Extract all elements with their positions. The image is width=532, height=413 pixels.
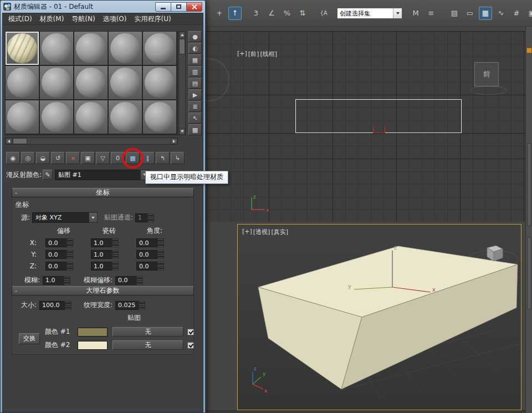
spin-up-icon[interactable] [112,238,119,243]
spin-up-icon[interactable] [64,276,70,281]
blur-offset-spinner[interactable]: 0.0 [115,276,143,285]
scrollbar-thumb[interactable] [179,39,185,54]
swap-colors-button[interactable]: 交换 [19,333,40,344]
make-material-copy-icon[interactable]: ▣ [81,152,95,164]
blur-spinner[interactable]: 1.0 [43,276,70,285]
color2-map-button[interactable]: 无 [112,340,183,350]
spin-up-icon[interactable] [139,301,145,305]
spin-down-icon[interactable] [66,243,73,247]
spin-up-icon[interactable] [66,238,73,243]
coordinates-rollout-header[interactable]: - 坐标 [12,188,194,197]
spin-up-icon[interactable] [157,262,164,266]
material-sample-slot[interactable] [142,65,177,100]
material-sample-slot[interactable] [39,100,74,134]
close-button[interactable] [186,2,202,12]
show-end-result-icon[interactable]: ‖ [141,152,155,164]
color1-map-button[interactable]: 无 [112,327,183,336]
scene-explorer-icon[interactable]: ▦ [479,7,492,20]
material-sample-slot[interactable] [5,100,39,134]
vein-width-spinner[interactable]: 0.025 [115,301,145,310]
sample-vertical-scrollbar[interactable] [178,31,186,135]
spin-down-icon[interactable] [147,218,154,222]
marble-rollout-header[interactable]: - 大理石参数 [12,286,194,295]
assign-material-to-selection-icon[interactable]: ◒ [36,152,50,164]
spin-down-icon[interactable] [66,266,73,271]
material-sample-slot[interactable] [5,31,39,65]
sample-horizontal-scrollbar[interactable] [5,137,178,145]
viewport-menu-general[interactable]: [+] [242,228,252,236]
named-selection-set-combo[interactable]: 创建选择集 [337,8,402,19]
scrollbar-thumb[interactable] [13,138,27,144]
material-sample-slot[interactable] [39,65,74,100]
video-color-check-icon[interactable]: ▤ [188,78,202,89]
layer-manager-icon[interactable]: ▤ [448,7,461,20]
use-pivot-point-center-icon[interactable]: ↑ [228,7,242,20]
go-forward-to-sibling-icon[interactable]: ↳ [171,152,185,164]
viewport-menu-general[interactable]: [+] [237,50,247,58]
spin-up-icon[interactable] [147,213,154,218]
command-panel-segment[interactable] [527,237,531,309]
spin-up-icon[interactable] [112,262,119,266]
go-to-parent-icon[interactable]: ↰ [156,152,170,164]
spin-up-icon[interactable] [157,250,164,254]
spin-down-icon[interactable] [157,243,164,247]
material-sample-slot[interactable] [74,65,108,100]
viewport-menu-view[interactable]: [透视] [253,228,270,236]
make-preview-icon[interactable]: ▶ [188,89,202,100]
map-channel-spinner[interactable]: 1 [135,213,154,222]
sample-uv-tiling-icon[interactable]: ▥ [188,66,202,77]
spin-down-icon[interactable] [65,305,71,310]
menu-options[interactable]: 选项(O) [100,13,130,25]
curve-editor-icon[interactable]: ∿ [494,7,508,20]
source-combo[interactable]: 对象 XYZ [32,212,98,223]
options-icon[interactable]: ≣ [188,101,202,112]
size-spinner[interactable]: 100.0 [39,301,71,310]
spin-down-icon[interactable] [66,254,73,259]
spin-up-icon[interactable] [112,250,119,254]
delete-material-icon[interactable]: × [66,152,80,164]
maximize-button[interactable] [171,2,187,12]
material-sample-slot[interactable] [74,100,108,134]
material-sample-slot[interactable] [142,31,177,65]
spin-down-icon[interactable] [64,281,70,285]
scroll-right-icon[interactable] [171,138,177,144]
x-offset-spinner[interactable]: 0.0 [45,238,82,247]
ribbon-toggle-icon[interactable]: ▭ [463,7,477,20]
sample-type-icon[interactable]: ● [188,31,202,42]
material-sample-slot[interactable] [108,31,142,65]
spin-down-icon[interactable] [136,281,143,285]
snap-toggle-icon[interactable]: 3 [249,7,263,20]
x-angle-spinner[interactable]: 0.0 [136,238,173,247]
command-panel-segment[interactable] [527,143,531,226]
map-name-combo[interactable]: 贴图 #1 [55,170,149,180]
menu-utilities[interactable]: 实用程序(U) [131,13,174,25]
spin-down-icon[interactable] [139,305,145,310]
eyedropper-icon[interactable]: ✎ [43,170,53,180]
y-angle-spinner[interactable]: 0.0 [136,250,173,259]
scroll-down-icon[interactable] [179,128,185,135]
y-tiling-spinner[interactable]: 1.0 [91,250,127,259]
viewcube[interactable] [487,246,503,261]
spin-up-icon[interactable] [66,262,73,266]
spin-down-icon[interactable] [157,266,164,271]
get-material-icon[interactable]: ◉ [6,152,20,164]
menu-navigation[interactable]: 导航(N) [68,13,98,25]
spin-up-icon[interactable] [136,276,143,281]
select-by-material-icon[interactable]: ↖ [188,113,202,124]
command-panel-icon[interactable] [526,48,532,53]
select-and-move-icon[interactable]: + [213,7,226,20]
material-id-channel-icon[interactable]: 0 [111,152,125,164]
material-sample-slot[interactable] [74,31,108,65]
title-bar[interactable]: 材质编辑器 - 01 - Default [1,1,205,13]
menu-material[interactable]: 材质(M) [37,13,68,25]
background-icon[interactable]: ▦ [188,54,202,65]
z-angle-spinner[interactable]: 0.0 [136,262,173,271]
x-tiling-spinner[interactable]: 1.0 [91,238,127,247]
scroll-left-icon[interactable] [6,138,12,144]
spin-up-icon[interactable] [157,238,164,243]
viewport-menu-shading[interactable]: [线框] [260,50,277,58]
schematic-view-icon[interactable]: # [510,7,523,20]
y-offset-spinner[interactable]: 0.0 [45,250,82,259]
viewcube-ring[interactable] [470,86,507,95]
mirror-icon[interactable]: M [409,7,422,20]
